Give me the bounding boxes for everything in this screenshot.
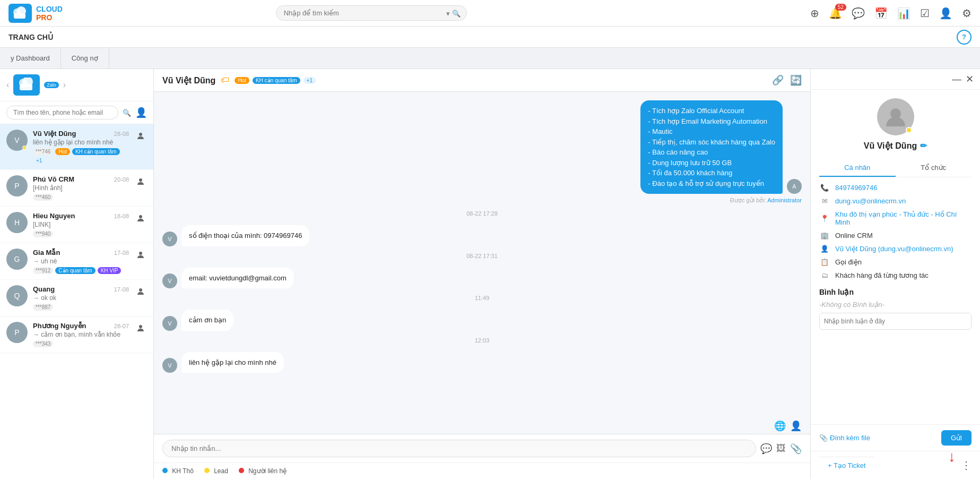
tag-can-quan-tam: Cần quan tâm <box>55 267 95 274</box>
contact-search-input[interactable] <box>6 106 118 119</box>
contact-name: Phương Nguyễn <box>33 322 86 330</box>
user-icon[interactable]: 👤 <box>939 7 952 20</box>
chat-message-input[interactable] <box>162 440 756 457</box>
avatar-gia-man: G <box>6 249 28 270</box>
company-value: Online CRM <box>835 232 873 239</box>
avatar-phu-vo-crm: P <box>6 175 28 196</box>
portal-value: Vũ Việt Dũng (dung.vu@onlinecrm.vn) <box>835 245 953 253</box>
contact-item-phuong-nguyen[interactable]: P Phương Nguyễn 28-07 → cảm ơn bạn, mình… <box>0 317 153 353</box>
message-bubble-received-4: liên hệ gặp lại cho mình nhé <box>181 352 284 373</box>
info-company: 🏢 Online CRM <box>819 232 972 239</box>
call-icon: 📋 <box>819 258 830 266</box>
paperclip-icon: 📎 <box>819 434 828 442</box>
contact-channel-icon <box>134 285 147 298</box>
search-bar: 🔍 ▾ <box>276 5 467 21</box>
contact-tags: ***460 <box>33 194 129 201</box>
notification-bell[interactable]: 🔔 52 <box>829 7 842 20</box>
contact-date: 28-07 <box>114 323 129 329</box>
legend-lead: Lead <box>204 467 228 475</box>
interact-label: Khách hàng đã từng tương tác <box>835 271 929 279</box>
tab-bar: y Dashboard Công nợ <box>0 48 980 69</box>
message-bubble-received-3: cảm ơn bạn <box>181 310 233 331</box>
right-panel-header: — ✕ <box>811 69 980 90</box>
edit-profile-icon[interactable]: ✏ <box>920 141 927 151</box>
zalo-badge: Zalo <box>44 82 59 88</box>
legend-kh-tho: KH Thô <box>162 467 194 475</box>
chart-icon[interactable]: 📊 <box>897 7 910 20</box>
search-icon: 🔍 <box>452 9 461 17</box>
message-row-sent: A - Tích hợp Zalo Official Account - Tíc… <box>162 100 802 194</box>
nav-prev-arrow[interactable]: ‹ <box>6 80 9 90</box>
add-button[interactable]: ⊕ <box>810 7 819 20</box>
chat-header: Vũ Việt Dũng 🏷 Hot KH cần quan tâm +1 🔗 … <box>154 69 810 92</box>
emoji-icon[interactable]: 💬 <box>760 443 772 455</box>
svg-point-16 <box>139 325 142 328</box>
message-bubble-received-2: email: vuvietdungdl@gmail.com <box>181 268 294 289</box>
comment-input[interactable] <box>819 313 972 330</box>
contact-add-user-icon[interactable]: 👤 <box>135 107 147 118</box>
profile-name: Vũ Việt Dũng ✏ <box>864 141 927 151</box>
message-icon[interactable]: 💬 <box>852 7 865 20</box>
tab-cong-no[interactable]: Công nợ <box>61 48 109 69</box>
contact-preview: liên hệ gặp lại cho mình nhé <box>33 139 129 146</box>
message-bubble-sent: - Tích hợp Zalo Official Account - Tích … <box>640 100 783 194</box>
attach-file-button[interactable]: 📎 Đính kèm file <box>819 434 870 442</box>
svg-point-11 <box>139 133 142 136</box>
globe-icon[interactable]: 🌐 <box>774 420 786 432</box>
contact-channel-icon <box>134 212 147 225</box>
avatar-phuong-nguyen: P <box>6 322 28 343</box>
contact-item-gia-man[interactable]: G Gia Mẫn 17-08 → uh nè ***912 Cần quan … <box>0 243 153 280</box>
profile-status-dot <box>906 127 912 133</box>
right-panel: — ✕ Vũ Việt Dũng ✏ <box>810 69 980 479</box>
task-icon[interactable]: ☑ <box>920 7 930 20</box>
image-icon[interactable]: 🖼 <box>776 443 786 454</box>
help-button[interactable]: ? <box>957 30 972 45</box>
contact-search-icon[interactable]: 🔍 <box>123 109 131 117</box>
close-button[interactable]: ✕ <box>966 73 974 85</box>
contact-info-hieu-nguyen: Hieu Nguyen 18-08 [LINK] ***940 <box>33 212 129 237</box>
notification-badge: 52 <box>835 4 846 11</box>
comment-section-header: Bình luận <box>819 288 972 296</box>
more-options-icon[interactable]: ⋮ <box>961 459 972 471</box>
tab-ca-nhan[interactable]: Cá nhân <box>819 159 896 177</box>
settings-icon[interactable]: ⚙ <box>962 7 972 20</box>
contact-tags: ***746 Hot KH cần quan tâm +1 <box>33 148 129 164</box>
create-ticket-button[interactable]: + Tạo Ticket <box>819 457 874 474</box>
message-time-separator: 08-22 17:28 <box>162 210 802 217</box>
nav-next-arrow[interactable]: › <box>63 80 66 90</box>
nav-icons: ⊕ 🔔 52 💬 📅 📊 ☑ 👤 ⚙ <box>810 7 972 20</box>
profile-avatar <box>877 98 914 135</box>
send-button[interactable]: Gửi <box>941 430 972 446</box>
connect-icon[interactable]: 🔗 <box>772 74 784 86</box>
contact-item-quang[interactable]: Q Quang 17-08 → ok ok ***887 <box>0 280 153 317</box>
contact-channel-icon <box>134 249 147 261</box>
refresh-icon[interactable]: 🔄 <box>790 74 802 86</box>
contact-item-vu-viet-dung[interactable]: V Vũ Việt Dũng 28-08 liên hệ gặp lại cho… <box>0 124 153 170</box>
contact-info-phuong-nguyen: Phương Nguyễn 28-07 → cảm ơn bạn, mình v… <box>33 322 129 347</box>
info-call[interactable]: 📋 Gọi điện <box>819 258 972 266</box>
contact-item-phu-vo-crm[interactable]: P Phú Võ CRM 20-08 [Hình ảnh] ***460 <box>0 170 153 207</box>
portal-icon: 👤 <box>819 245 830 253</box>
search-input[interactable] <box>276 5 467 21</box>
minimize-button[interactable]: — <box>952 74 961 85</box>
contact-channel-icon <box>134 322 147 335</box>
contact-items-list: V Vũ Việt Dũng 28-08 liên hệ gặp lại cho… <box>0 124 153 479</box>
contact-info-gia-man: Gia Mẫn 17-08 → uh nè ***912 Cần quan tâ… <box>33 249 129 274</box>
attach-icon[interactable]: 📎 <box>790 443 802 455</box>
ticket-arrow-container: ↓ ⋮ <box>961 459 972 472</box>
phone-value: 84974969746 <box>835 184 878 192</box>
info-location: 📍 Khu đô thị vạn phúc - Thủ đức - Hồ Chí… <box>819 210 972 226</box>
message-time-separator-2: 08-22 17:31 <box>162 253 802 259</box>
chat-contact-name: Vũ Việt Dũng <box>162 75 215 85</box>
tab-to-chuc[interactable]: Tổ chức <box>896 159 972 177</box>
header-tag-plus-one: +1 <box>303 77 316 84</box>
calendar-icon[interactable]: 📅 <box>874 7 888 20</box>
contact-info-vu-viet-dung: Vũ Việt Dũng 28-08 liên hệ gặp lại cho m… <box>33 130 129 164</box>
tag-icon: 🏷 <box>221 75 229 85</box>
tag-kh-vip: KH VIP <box>98 267 122 274</box>
user-icon-chat[interactable]: 👤 <box>790 420 802 432</box>
contact-item-hieu-nguyen[interactable]: H Hieu Nguyen 18-08 [LINK] ***940 <box>0 207 153 243</box>
tab-dashboard[interactable]: y Dashboard <box>0 48 61 69</box>
contact-tags: ***940 <box>33 230 129 237</box>
contact-preview: [LINK] <box>33 221 129 228</box>
